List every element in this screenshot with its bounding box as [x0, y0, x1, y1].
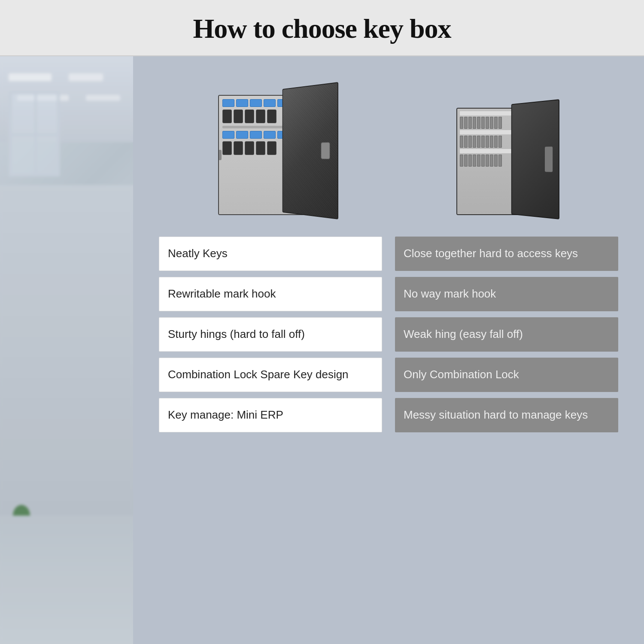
- key-bad: [494, 136, 498, 148]
- good-box-door: [282, 82, 338, 219]
- feature-box-sturdy-hings: Sturty hings (hard to fall off): [159, 317, 382, 352]
- key-bad: [473, 155, 476, 167]
- feature-text-no-way-mark: No way mark hook: [404, 286, 496, 301]
- feature-text-only-combo: Only Combination Lock: [404, 367, 519, 382]
- feature-text-weak-hing: Weak hing (easy fall off): [404, 327, 523, 342]
- key-bad: [490, 155, 493, 167]
- key-bad: [477, 155, 480, 167]
- feature-box-messy-situation: Messy situation hard to manage keys: [395, 398, 618, 432]
- key-boxes-row: [159, 82, 618, 219]
- key-bad: [468, 136, 472, 148]
- key-bad: [486, 136, 489, 148]
- office-background: [0, 56, 133, 644]
- key-fob: [234, 109, 243, 123]
- feature-box-rewritable-mark: Rewritable mark hook: [159, 277, 382, 311]
- key-bad: [464, 155, 468, 167]
- key-bad: [490, 136, 493, 148]
- key-bad: [473, 136, 476, 148]
- feature-box-no-way-mark: No way mark hook: [395, 277, 618, 311]
- key-fob: [256, 109, 265, 123]
- wall-panel: Neatly Keys Rewritable mark hook Sturty …: [133, 56, 644, 644]
- feature-text-key-manage: Key manage: Mini ERP: [168, 407, 283, 422]
- feature-box-combo-lock: Combination Lock Spare Key design: [159, 358, 382, 392]
- key-tag: [236, 99, 248, 107]
- key-bad: [494, 117, 498, 129]
- feature-text-rewritable-mark: Rewritable mark hook: [168, 286, 276, 301]
- key-bad: [498, 155, 502, 167]
- feature-text-close-together: Close together hard to access keys: [404, 246, 578, 261]
- key-tag: [222, 131, 234, 139]
- feature-box-weak-hing: Weak hing (easy fall off): [395, 317, 618, 352]
- feature-box-close-together: Close together hard to access keys: [395, 237, 618, 271]
- bad-key-box-container: [456, 99, 559, 219]
- key-bad: [473, 117, 476, 129]
- door-texture: [283, 83, 337, 219]
- feature-box-key-manage: Key manage: Mini ERP: [159, 398, 382, 432]
- good-key-box-container: [218, 82, 338, 219]
- feature-box-only-combo: Only Combination Lock: [395, 358, 618, 392]
- key-bad: [468, 117, 472, 129]
- key-bad: [468, 155, 472, 167]
- key-fob: [222, 141, 232, 155]
- key-bad: [460, 155, 463, 167]
- key-tag: [250, 99, 262, 107]
- key-bad: [460, 136, 463, 148]
- key-fob: [267, 141, 276, 155]
- page-title: How to choose key box: [0, 13, 644, 45]
- key-bad: [486, 117, 489, 129]
- key-bad: [464, 117, 468, 129]
- office-photo-panel: [0, 56, 133, 644]
- key-tag: [264, 131, 276, 139]
- key-bad: [481, 136, 485, 148]
- bad-box-door: [511, 99, 559, 219]
- key-bad: [477, 136, 480, 148]
- bad-features-column: Close together hard to access keys No wa…: [395, 237, 618, 627]
- feature-text-neat-keys: Neatly Keys: [168, 246, 228, 261]
- key-bad: [460, 117, 463, 129]
- good-key-box: [218, 82, 338, 219]
- key-tag: [222, 99, 234, 107]
- bad-key-box: [456, 99, 559, 219]
- key-bad: [481, 155, 485, 167]
- key-bad: [486, 155, 489, 167]
- key-fob: [234, 141, 243, 155]
- blur-overlay: [0, 56, 133, 644]
- feature-box-neat-keys: Neatly Keys: [159, 237, 382, 271]
- feature-text-sturdy-hings: Sturty hings (hard to fall off): [168, 327, 305, 342]
- feature-text-messy-situation: Messy situation hard to manage keys: [404, 407, 588, 422]
- key-bad: [490, 117, 493, 129]
- key-bad: [477, 117, 480, 129]
- key-bad: [481, 117, 485, 129]
- key-fob: [256, 141, 265, 155]
- page-header: How to choose key box: [0, 0, 644, 56]
- key-bad: [498, 136, 502, 148]
- good-features-column: Neatly Keys Rewritable mark hook Sturty …: [159, 237, 382, 627]
- key-fob: [222, 109, 232, 123]
- key-tag: [264, 99, 276, 107]
- key-bad: [464, 136, 468, 148]
- key-bad: [498, 117, 502, 129]
- comparison-section: Neatly Keys Rewritable mark hook Sturty …: [159, 237, 618, 627]
- key-lock: [218, 150, 222, 160]
- key-bad: [494, 155, 498, 167]
- door-combo-lock: [321, 142, 330, 159]
- key-fob: [245, 109, 254, 123]
- main-content: Neatly Keys Rewritable mark hook Sturty …: [0, 56, 644, 644]
- key-fob: [267, 109, 276, 123]
- key-tag: [236, 131, 248, 139]
- bad-door-lock: [545, 146, 553, 172]
- key-tag: [250, 131, 262, 139]
- feature-text-combo-lock: Combination Lock Spare Key design: [168, 367, 349, 382]
- key-fob: [245, 141, 254, 155]
